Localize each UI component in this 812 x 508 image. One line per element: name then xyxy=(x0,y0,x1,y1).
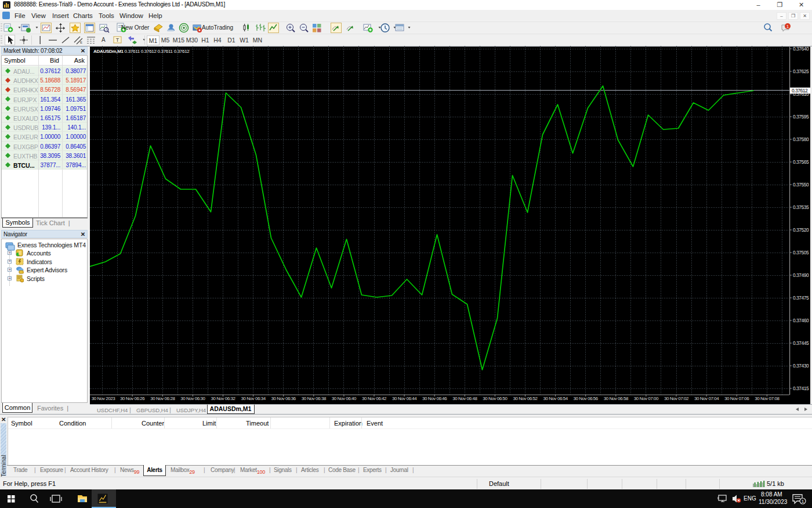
svg-text:0.37595: 0.37595 xyxy=(793,114,809,120)
svg-text:0.37640: 0.37640 xyxy=(793,46,809,52)
svg-text:0.37505: 0.37505 xyxy=(793,250,809,255)
svg-text:30 Nov 07:06: 30 Nov 07:06 xyxy=(724,396,749,401)
svg-text:0.37460: 0.37460 xyxy=(793,318,809,323)
svg-text:30 Nov 06:54: 30 Nov 06:54 xyxy=(543,396,568,401)
svg-text:30 Nov 07:02: 30 Nov 07:02 xyxy=(664,396,689,401)
svg-text:E: E xyxy=(80,41,82,44)
svg-text:30 Nov 06:38: 30 Nov 06:38 xyxy=(302,396,327,401)
svg-text:30 Nov 06:40: 30 Nov 06:40 xyxy=(332,396,357,401)
svg-text:30 Nov 06:52: 30 Nov 06:52 xyxy=(513,396,538,401)
svg-text:0.37430: 0.37430 xyxy=(793,363,809,369)
svg-text:ADAUSDm,M1 0.37611 0.37612 0.: ADAUSDm,M1 0.37611 0.37612 0.37611 0.376… xyxy=(93,49,190,54)
svg-text:30 Nov 06:58: 30 Nov 06:58 xyxy=(604,396,629,401)
svg-text:0.37535: 0.37535 xyxy=(793,204,809,210)
svg-text:30 Nov 2023: 30 Nov 2023 xyxy=(92,396,115,401)
svg-text:30 Nov 06:34: 30 Nov 06:34 xyxy=(241,396,266,401)
svg-text:0.37475: 0.37475 xyxy=(793,295,809,301)
svg-text:0.37565: 0.37565 xyxy=(793,159,809,165)
svg-text:0.37625: 0.37625 xyxy=(793,69,809,74)
svg-text:30 Nov 06:30: 30 Nov 06:30 xyxy=(180,396,205,401)
svg-text:T: T xyxy=(116,37,119,43)
svg-text:30 Nov 06:44: 30 Nov 06:44 xyxy=(392,396,417,401)
svg-text:30 Nov 06:36: 30 Nov 06:36 xyxy=(271,396,296,401)
svg-text:30 Nov 06:42: 30 Nov 06:42 xyxy=(362,396,387,401)
svg-text:1: 1 xyxy=(786,24,789,29)
svg-text:0.37520: 0.37520 xyxy=(793,227,809,233)
svg-text:0.37550: 0.37550 xyxy=(793,182,809,188)
svg-text:30 Nov 07:00: 30 Nov 07:00 xyxy=(634,396,659,401)
svg-text:0.37445: 0.37445 xyxy=(793,340,809,346)
svg-text:0.37490: 0.37490 xyxy=(793,272,809,278)
svg-text:30 Nov 07:04: 30 Nov 07:04 xyxy=(694,396,719,401)
svg-text:30 Nov 06:56: 30 Nov 06:56 xyxy=(574,396,599,401)
svg-text:30 Nov 07:08: 30 Nov 07:08 xyxy=(755,396,780,401)
svg-text:30 Nov 06:48: 30 Nov 06:48 xyxy=(452,396,477,401)
svg-text:1: 1 xyxy=(802,499,804,504)
svg-text:30 Nov 06:50: 30 Nov 06:50 xyxy=(483,396,507,401)
svg-text:30 Nov 06:32: 30 Nov 06:32 xyxy=(211,396,235,401)
svg-text:0.37610: 0.37610 xyxy=(793,91,809,97)
svg-text:0.37415: 0.37415 xyxy=(793,385,809,391)
svg-text:30 Nov 06:26: 30 Nov 06:26 xyxy=(120,396,145,401)
svg-text:30 Nov 06:28: 30 Nov 06:28 xyxy=(150,396,175,401)
svg-text:0.37580: 0.37580 xyxy=(793,136,809,142)
svg-text:30 Nov 06:46: 30 Nov 06:46 xyxy=(422,396,447,401)
